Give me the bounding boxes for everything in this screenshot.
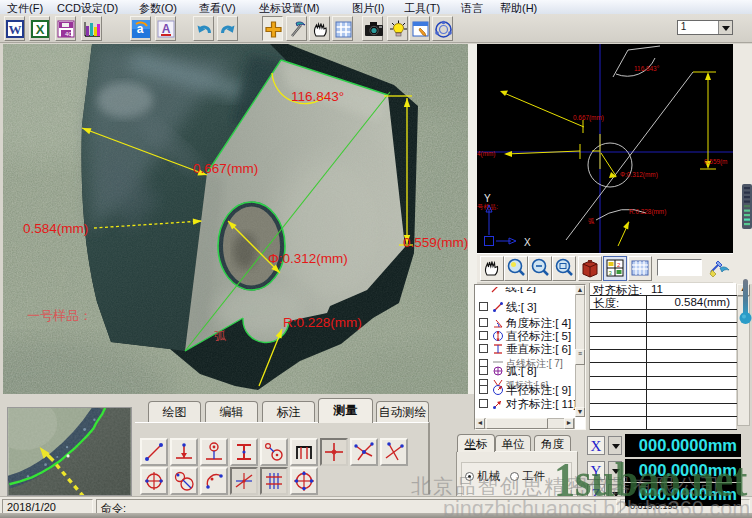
svg-text:号样品:: 号样品: <box>477 203 498 211</box>
svg-text:Φ:0.312(mm): Φ:0.312(mm) <box>268 251 348 266</box>
svg-text:弧: 弧 <box>588 217 595 224</box>
svg-text:0.667(mm): 0.667(mm) <box>573 114 604 122</box>
svg-text:116.843°: 116.843° <box>634 65 660 72</box>
svg-text:弧: 弧 <box>214 329 227 343</box>
svg-text:116.843°: 116.843° <box>291 89 344 104</box>
svg-text:R:0.228(mm): R:0.228(mm) <box>629 208 666 216</box>
svg-text:4C: 4C <box>65 31 73 37</box>
svg-text:Φ:0.312(mm): Φ:0.312(mm) <box>620 171 658 179</box>
svg-text:X: X <box>524 237 531 248</box>
svg-text:0.584(mm): 0.584(mm) <box>23 221 88 236</box>
svg-text:W: W <box>9 22 22 37</box>
svg-text:一号样品：: 一号样品： <box>27 308 92 323</box>
svg-text:0.559(m: 0.559(m <box>704 158 727 166</box>
svg-text:4(mm): 4(mm) <box>477 150 495 158</box>
svg-text:A: A <box>162 22 171 36</box>
svg-text:0.667(mm): 0.667(mm) <box>193 161 258 176</box>
svg-text:0.559(mm): 0.559(mm) <box>403 235 468 250</box>
svg-text:X: X <box>36 22 45 37</box>
svg-text:R:0.228(mm): R:0.228(mm) <box>283 315 362 330</box>
svg-text:Y: Y <box>484 193 491 204</box>
